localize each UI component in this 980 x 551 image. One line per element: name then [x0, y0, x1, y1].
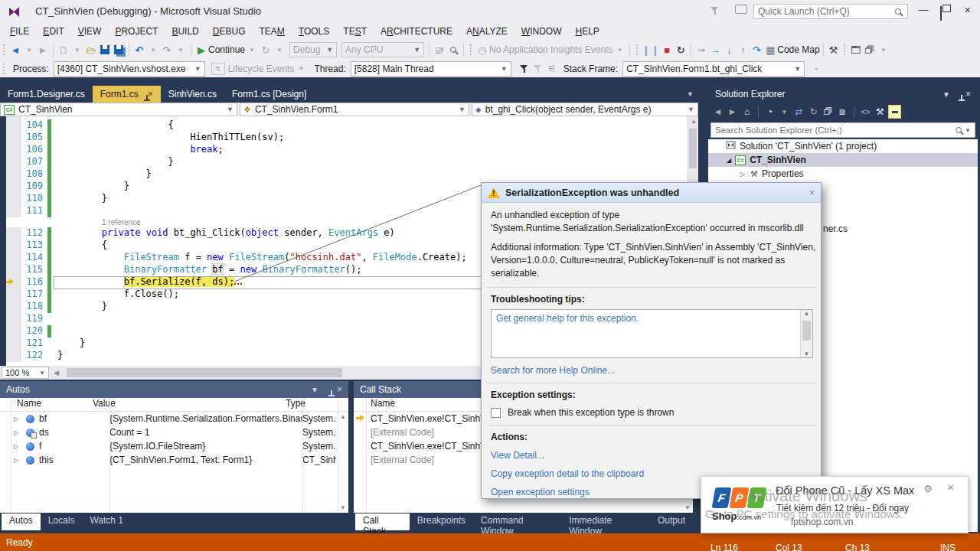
expander-icon[interactable]: ▷	[12, 416, 20, 422]
se-pending-changes-icon[interactable]: ◔	[763, 105, 776, 119]
close-tab-icon[interactable]: ×	[148, 89, 153, 99]
se-home-icon[interactable]: ⌂	[740, 105, 753, 119]
menu-help[interactable]: HELP	[569, 24, 606, 39]
navigate-back-icon[interactable]: ◄	[8, 42, 22, 57]
toggle-diagnostics-icon[interactable]: ⚒	[827, 42, 841, 57]
tab-form1-designer-cs[interactable]: Form1.Designer.cs	[0, 86, 93, 103]
step-over-icon[interactable]: →	[708, 42, 722, 57]
tree-item-ct-sinhvien[interactable]: ◢C#CT_SinhVien	[708, 153, 978, 167]
se-preview-selected-icon[interactable]	[888, 105, 901, 119]
ad-popup[interactable]: ⚙ × F P T Shop.com.vn Đổi Phone Cũ - Lấy…	[701, 476, 969, 533]
tool-tab-watch-1[interactable]: Watch 1	[82, 514, 131, 530]
quick-launch-input[interactable]	[754, 6, 895, 17]
ad-settings-gear-icon[interactable]: ⚙	[923, 483, 933, 494]
menu-edit[interactable]: EDIT	[36, 24, 70, 39]
project-dropdown[interactable]: C# CT_SinhVien▼	[0, 103, 237, 116]
restart-dropdown-icon[interactable]: ▼	[273, 42, 286, 57]
open-file-icon[interactable]: 🗁	[84, 42, 98, 57]
se-chevron-icon[interactable]: ▼	[942, 90, 950, 99]
debugbar-grip[interactable]	[2, 63, 6, 75]
autos-header[interactable]: Autos ▼ ×	[0, 381, 348, 398]
action-link-view[interactable]: View Detail...	[491, 450, 812, 461]
ad-title[interactable]: Đổi Phone Cũ - Lấy XS Max	[776, 484, 914, 497]
type-dropdown[interactable]: ❖ CT_SinhVien.Form1▼	[240, 103, 469, 116]
se-refresh-icon[interactable]: ↻	[807, 105, 820, 119]
solution-config-combo[interactable]: Debug▼	[289, 42, 337, 57]
menu-architecture[interactable]: ARCHITECTURE	[374, 24, 459, 39]
tab-overflow-icon[interactable]: ▼	[687, 90, 698, 98]
editor-hscroll-thumb[interactable]	[67, 368, 342, 377]
menu-team[interactable]: TEAM	[252, 24, 291, 39]
solution-explorer-header[interactable]: Solution Explorer ▼ ×	[708, 86, 978, 103]
dialog-close-icon[interactable]: ×	[808, 187, 815, 198]
se-close-icon[interactable]: ×	[965, 89, 971, 99]
scroll-up-icon[interactable]: ▲	[688, 118, 699, 125]
toolbar-grip2[interactable]	[469, 44, 473, 56]
se-properties-icon[interactable]: ⚒	[874, 105, 887, 119]
menu-window[interactable]: WINDOW	[514, 24, 569, 39]
restore-button[interactable]	[940, 7, 942, 21]
menu-project[interactable]: PROJECT	[108, 24, 165, 39]
se-forward-icon[interactable]: ►	[726, 105, 739, 119]
pause-icon[interactable]: ❙❙	[642, 42, 660, 57]
stack-frame-combo[interactable]: CT_SinhVien.Form1.bt_ghi_Click▼	[622, 61, 805, 77]
break-when-thrown-checkbox[interactable]	[491, 408, 501, 418]
quick-launch-box[interactable]	[753, 4, 908, 19]
tab-form1-cs-design-[interactable]: Form1.cs [Design]	[224, 86, 314, 103]
autos-col-name[interactable]: Name	[0, 398, 93, 411]
minimize-button[interactable]: —	[913, 2, 934, 20]
tips-scroll-thumb[interactable]	[802, 321, 811, 341]
tool-tab-command-window[interactable]: Command Window	[473, 514, 561, 530]
autos-row-f[interactable]: ▷f{System.IO.FileStream}System.I	[0, 439, 348, 453]
menu-test[interactable]: TEST	[336, 24, 374, 39]
autos-row-ds[interactable]: ▷dsCount = 1System.C	[0, 425, 348, 439]
ad-close-icon[interactable]: ×	[947, 481, 954, 494]
se-show-all-files-icon[interactable]: 🗈	[836, 105, 849, 119]
toolbar-grip[interactable]	[2, 44, 6, 56]
menu-tools[interactable]: TOOLS	[292, 24, 336, 39]
code-line-106[interactable]: 106 break;	[0, 144, 698, 156]
save-all-icon[interactable]	[112, 42, 126, 57]
new-file-icon[interactable]: 🗋	[57, 42, 70, 57]
general-help-link[interactable]: Get general help for this exception.	[496, 313, 795, 324]
tab-sinhvien-cs[interactable]: SinhVien.cs	[161, 86, 224, 103]
se-search-input[interactable]	[711, 126, 956, 135]
expander-closed-icon[interactable]: ▷	[739, 171, 746, 178]
menu-build[interactable]: BUILD	[165, 24, 205, 39]
se-back-icon[interactable]: ◄	[711, 105, 724, 119]
autos-close-icon[interactable]: ×	[337, 384, 342, 395]
lifecycle-events-dropdown[interactable]: Lifecycle Events	[228, 64, 295, 74]
callstack-scroll-down-icon[interactable]: ▼	[682, 504, 693, 511]
autos-row-bf[interactable]: ▷bf{System.Runtime.Serialization.Formatt…	[0, 412, 348, 425]
autos-grid[interactable]: NameValueType ▷bf{System.Runtime.Seriali…	[0, 398, 348, 513]
stop-icon[interactable]: ■	[660, 42, 674, 57]
close-button[interactable]: ×	[957, 2, 978, 20]
feedback-comment-icon[interactable]	[735, 5, 747, 14]
se-sync-icon[interactable]: ⇄	[792, 105, 805, 119]
tips-scroll-up-icon[interactable]: ▲	[804, 310, 810, 317]
restart-debug-icon[interactable]: ↻	[674, 42, 688, 57]
expander-icon[interactable]: ▷	[12, 429, 20, 436]
tool-tab-immediate-window[interactable]: Immediate Window	[561, 514, 650, 530]
continue-play-icon[interactable]: ▶	[194, 42, 208, 57]
autos-row-this[interactable]: ▷this{CT_SinhVien.Form1, Text: Form1}CT_…	[0, 453, 348, 467]
process-combo[interactable]: [4360] CT_SinhVien.vshost.exe▼	[54, 61, 205, 77]
overflow-chevron-icon[interactable]: ▼	[877, 42, 890, 57]
code-line-107[interactable]: 107 }	[0, 156, 698, 168]
doc-outline-icon[interactable]: 🗇	[863, 42, 877, 57]
menu-file[interactable]: FILE	[3, 24, 36, 39]
menu-view[interactable]: VIEW	[71, 24, 109, 39]
undo-dropdown-icon[interactable]: ▼	[146, 42, 160, 57]
autos-col-value[interactable]: Value	[93, 398, 286, 411]
code-line-104[interactable]: 104 {	[0, 119, 698, 132]
code-line-108[interactable]: 108 }	[0, 168, 698, 181]
callstack-col-name[interactable]: Name	[354, 398, 395, 411]
expander-icon[interactable]: ▷	[12, 457, 20, 464]
code-map-icon[interactable]: ▦	[763, 42, 777, 57]
se-collapse-all-icon[interactable]: 🗇	[822, 105, 835, 119]
restart-icon[interactable]: ↻	[259, 42, 273, 57]
insights-event-icon[interactable]: ◷	[475, 42, 489, 57]
new-file-dropdown-icon[interactable]: ▼	[70, 42, 84, 57]
scroll-left-icon[interactable]: ◀	[54, 369, 59, 377]
se-search-icon[interactable]	[956, 127, 962, 133]
